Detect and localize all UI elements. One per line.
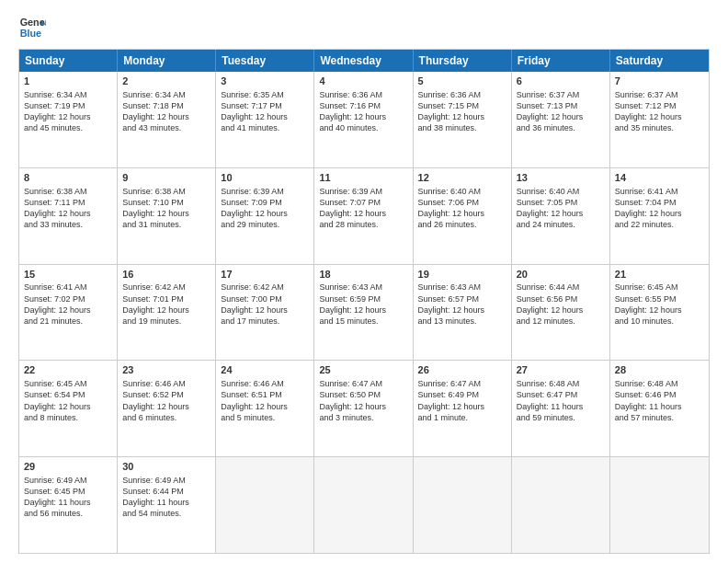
day-info-line: Sunrise: 6:37 AM: [615, 89, 704, 100]
day-cell-18: 18Sunrise: 6:43 AMSunset: 6:59 PMDayligh…: [314, 265, 413, 361]
day-info-line: Sunset: 7:05 PM: [517, 197, 605, 208]
day-info-line: Sunset: 7:16 PM: [319, 100, 407, 111]
day-info-line: Sunset: 6:49 PM: [418, 389, 506, 400]
day-info-line: Sunset: 7:00 PM: [221, 293, 309, 304]
day-info-line: Sunrise: 6:45 AM: [24, 378, 112, 389]
calendar: SundayMondayTuesdayWednesdayThursdayFrid…: [18, 49, 710, 554]
day-cell-22: 22Sunrise: 6:45 AMSunset: 6:54 PMDayligh…: [19, 361, 118, 456]
day-cell-28: 28Sunrise: 6:48 AMSunset: 6:46 PMDayligh…: [610, 361, 709, 456]
day-info-line: Sunset: 6:44 PM: [122, 486, 210, 497]
day-number: 3: [221, 75, 309, 88]
day-info-line: Daylight: 11 hours: [615, 401, 704, 412]
day-number: 20: [517, 268, 605, 282]
day-info-line: and 36 minutes.: [517, 122, 605, 133]
day-info-line: Sunrise: 6:47 AM: [418, 378, 506, 389]
day-info-line: and 56 minutes.: [24, 508, 112, 519]
day-info-line: Sunset: 7:10 PM: [122, 197, 210, 208]
week-row-4: 22Sunrise: 6:45 AMSunset: 6:54 PMDayligh…: [19, 361, 709, 457]
day-number: 19: [418, 268, 506, 282]
day-info-line: Daylight: 12 hours: [418, 304, 506, 316]
day-cell-21: 21Sunrise: 6:45 AMSunset: 6:55 PMDayligh…: [610, 265, 709, 361]
day-info-line: Sunrise: 6:41 AM: [24, 282, 112, 293]
day-cell-6: 6Sunrise: 6:37 AMSunset: 7:13 PMDaylight…: [512, 72, 610, 167]
day-info-line: Daylight: 12 hours: [24, 304, 112, 316]
day-cell-16: 16Sunrise: 6:42 AMSunset: 7:01 PMDayligh…: [118, 265, 216, 361]
day-info-line: Sunrise: 6:42 AM: [221, 282, 309, 293]
day-info-line: Sunset: 7:02 PM: [24, 293, 112, 304]
day-info-line: Daylight: 12 hours: [221, 304, 309, 316]
day-number: 10: [221, 171, 309, 185]
day-info-line: and 26 minutes.: [418, 219, 506, 230]
day-info-line: Daylight: 12 hours: [418, 208, 506, 219]
day-cell-11: 11Sunrise: 6:39 AMSunset: 7:07 PMDayligh…: [314, 168, 413, 264]
day-info-line: and 57 minutes.: [615, 412, 704, 423]
day-cell-5: 5Sunrise: 6:36 AMSunset: 7:15 PMDaylight…: [414, 72, 512, 167]
day-number: 7: [615, 75, 704, 88]
day-info-line: Daylight: 12 hours: [221, 111, 309, 122]
day-number: 12: [418, 171, 506, 185]
day-info-line: Daylight: 11 hours: [24, 497, 112, 508]
day-info-line: Sunset: 7:12 PM: [615, 100, 704, 111]
week-row-1: 1Sunrise: 6:34 AMSunset: 7:19 PMDaylight…: [19, 72, 709, 168]
day-number: 24: [221, 363, 309, 377]
day-info-line: and 19 minutes.: [122, 316, 210, 327]
day-info-line: and 35 minutes.: [615, 122, 704, 133]
day-info-line: Sunrise: 6:40 AM: [517, 186, 605, 197]
day-number: 25: [319, 363, 407, 377]
day-cell-4: 4Sunrise: 6:36 AMSunset: 7:16 PMDaylight…: [314, 72, 413, 167]
day-number: 14: [615, 171, 704, 185]
day-info-line: Sunrise: 6:42 AM: [122, 282, 210, 293]
day-info-line: Daylight: 11 hours: [122, 497, 210, 508]
day-info-line: Sunrise: 6:46 AM: [221, 378, 309, 389]
day-info-line: and 24 minutes.: [517, 219, 605, 230]
day-cell-1: 1Sunrise: 6:34 AMSunset: 7:19 PMDaylight…: [19, 72, 118, 167]
day-number: 15: [24, 268, 112, 282]
day-cell-10: 10Sunrise: 6:39 AMSunset: 7:09 PMDayligh…: [216, 168, 314, 264]
day-info-line: Sunset: 7:13 PM: [517, 100, 605, 111]
day-info-line: Sunset: 6:59 PM: [319, 293, 407, 304]
day-cell-13: 13Sunrise: 6:40 AMSunset: 7:05 PMDayligh…: [512, 168, 610, 264]
day-info-line: and 15 minutes.: [319, 316, 407, 327]
day-number: 6: [517, 75, 605, 88]
day-info-line: and 3 minutes.: [319, 412, 407, 423]
day-info-line: Daylight: 12 hours: [122, 208, 210, 219]
day-cell-26: 26Sunrise: 6:47 AMSunset: 6:49 PMDayligh…: [414, 361, 512, 456]
day-info-line: and 13 minutes.: [418, 316, 506, 327]
day-info-line: Sunset: 7:17 PM: [221, 100, 309, 111]
day-cell-7: 7Sunrise: 6:37 AMSunset: 7:12 PMDaylight…: [610, 72, 709, 167]
day-info-line: Sunrise: 6:41 AM: [615, 186, 704, 197]
week-row-2: 8Sunrise: 6:38 AMSunset: 7:11 PMDaylight…: [19, 168, 709, 265]
day-info-line: Sunset: 7:11 PM: [24, 197, 112, 208]
day-number: 30: [122, 460, 210, 474]
day-info-line: Sunset: 6:56 PM: [517, 293, 605, 304]
day-info-line: Sunrise: 6:47 AM: [319, 378, 407, 389]
day-number: 8: [24, 171, 112, 185]
day-info-line: Daylight: 12 hours: [517, 208, 605, 219]
page: General Blue SundayMondayTuesdayWednesda…: [0, 0, 728, 563]
day-info-line: and 5 minutes.: [221, 412, 309, 423]
day-info-line: Sunrise: 6:44 AM: [517, 282, 605, 293]
day-cell-15: 15Sunrise: 6:41 AMSunset: 7:02 PMDayligh…: [19, 265, 118, 361]
header-day-thursday: Thursday: [414, 50, 512, 72]
day-info-line: Sunrise: 6:34 AM: [24, 89, 112, 100]
day-info-line: and 38 minutes.: [418, 122, 506, 133]
day-info-line: and 21 minutes.: [24, 316, 112, 327]
day-info-line: and 33 minutes.: [24, 219, 112, 230]
day-info-line: Daylight: 12 hours: [615, 111, 704, 122]
day-number: 16: [122, 268, 210, 282]
day-info-line: Sunset: 6:52 PM: [122, 389, 210, 400]
day-cell-29: 29Sunrise: 6:49 AMSunset: 6:45 PMDayligh…: [19, 457, 118, 553]
day-info-line: Sunset: 7:18 PM: [122, 100, 210, 111]
day-info-line: Sunrise: 6:48 AM: [615, 378, 704, 389]
day-info-line: Sunset: 6:55 PM: [615, 293, 704, 304]
day-info-line: Sunset: 6:46 PM: [615, 389, 704, 400]
day-info-line: Daylight: 12 hours: [418, 401, 506, 412]
day-info-line: Sunrise: 6:36 AM: [319, 89, 407, 100]
day-info-line: Sunset: 7:09 PM: [221, 197, 309, 208]
day-number: 26: [418, 363, 506, 377]
day-info-line: Sunset: 6:50 PM: [319, 389, 407, 400]
day-info-line: Daylight: 12 hours: [24, 401, 112, 412]
day-cell-19: 19Sunrise: 6:43 AMSunset: 6:57 PMDayligh…: [414, 265, 512, 361]
day-info-line: Daylight: 12 hours: [24, 208, 112, 219]
day-info-line: Daylight: 12 hours: [122, 401, 210, 412]
